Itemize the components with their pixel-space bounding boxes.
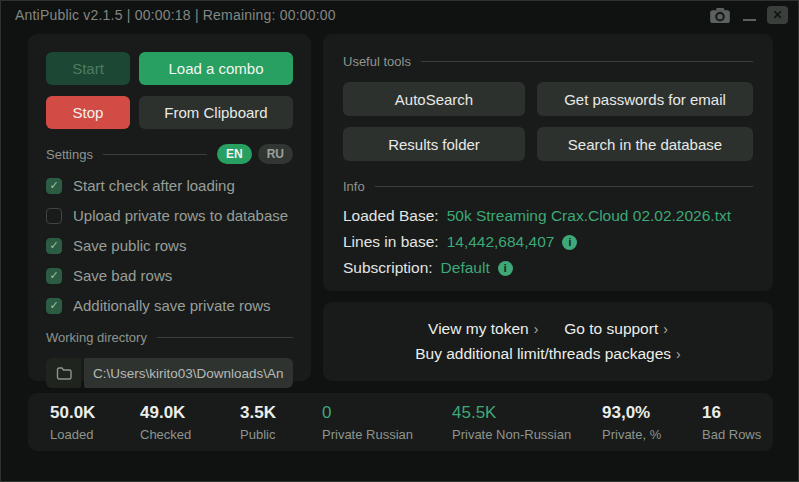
stat-private-percent: 93,0% Private, % xyxy=(602,403,702,442)
stat-private-non-russian: 45.5K Private Non-Russian xyxy=(452,403,602,442)
loaded-base-label: Loaded Base: xyxy=(343,207,439,225)
app-window: AntiPublic v2.1.5 | 00:00:18 | Remaining… xyxy=(0,0,799,482)
checkbox-icon: ✓ xyxy=(46,178,62,194)
checkbox-additionally-save-private-rows[interactable]: ✓ Additionally save private rows xyxy=(46,297,293,314)
subscription-value: Default xyxy=(441,259,490,277)
checkbox-start-check-after-loading[interactable]: ✓ Start check after loading xyxy=(46,177,293,194)
stat-loaded: 50.0K Loaded xyxy=(50,403,140,442)
stat-checked: 49.0K Checked xyxy=(140,403,240,442)
working-directory-input[interactable] xyxy=(84,358,293,388)
working-directory-header: Working directory xyxy=(46,330,293,345)
chevron-right-icon: › xyxy=(676,346,681,362)
loaded-base-value: 50k Streaming Crax.Cloud 02.02.2026.txt xyxy=(447,207,731,225)
loaded-base-row: Loaded Base: 50k Streaming Crax.Cloud 02… xyxy=(343,207,753,225)
browse-folder-button[interactable] xyxy=(46,358,81,388)
get-passwords-for-email-button[interactable]: Get passwords for email xyxy=(537,82,753,116)
language-en-button[interactable]: EN xyxy=(217,144,252,164)
subscription-label: Subscription: xyxy=(343,259,433,277)
start-button[interactable]: Start xyxy=(46,52,130,85)
checkbox-icon: ✓ xyxy=(46,238,62,254)
stat-public: 3.5K Public xyxy=(240,403,322,442)
checkbox-save-public-rows[interactable]: ✓ Save public rows xyxy=(46,237,293,254)
info-header: Info xyxy=(343,179,753,194)
divider xyxy=(103,154,207,155)
lines-in-base-value: 14,442,684,407 xyxy=(447,233,555,251)
results-folder-button[interactable]: Results folder xyxy=(343,127,525,161)
checkbox-upload-private-rows[interactable]: ✓ Upload private rows to database xyxy=(46,207,293,224)
tools-info-panel: Useful tools AutoSearch Get passwords fo… xyxy=(323,34,773,291)
stats-bar: 50.0K Loaded 49.0K Checked 3.5K Public 0… xyxy=(28,393,773,451)
stat-private-russian: 0 Private Russian xyxy=(322,403,452,442)
language-ru-button[interactable]: RU xyxy=(258,144,293,164)
screenshot-button[interactable] xyxy=(707,5,733,25)
checkbox-icon: ✓ xyxy=(46,298,62,314)
chevron-right-icon: › xyxy=(663,321,668,337)
links-panel: View my token› Go to support› Buy additi… xyxy=(323,302,773,381)
info-label: Info xyxy=(343,179,365,194)
stop-button[interactable]: Stop xyxy=(46,96,130,129)
divider xyxy=(157,337,293,338)
subscription-row: Subscription: Default i xyxy=(343,259,753,277)
checkbox-icon: ✓ xyxy=(46,268,62,284)
useful-tools-label: Useful tools xyxy=(343,54,411,69)
view-my-token-link[interactable]: View my token› xyxy=(428,320,538,338)
folder-icon xyxy=(56,367,72,380)
load-combo-button[interactable]: Load a combo xyxy=(139,52,293,85)
stat-bad-rows: 16 Bad Rows xyxy=(702,403,761,442)
useful-tools-header: Useful tools xyxy=(343,54,753,69)
settings-header: Settings EN RU xyxy=(46,144,293,164)
window-controls: ✕ xyxy=(707,5,788,25)
checkbox-save-bad-rows[interactable]: ✓ Save bad rows xyxy=(46,267,293,284)
close-icon: ✕ xyxy=(772,8,782,22)
minimize-button[interactable] xyxy=(742,5,758,25)
autosearch-button[interactable]: AutoSearch xyxy=(343,82,525,116)
go-to-support-link[interactable]: Go to support› xyxy=(564,320,668,338)
lines-in-base-label: Lines in base: xyxy=(343,233,439,251)
info-icon[interactable]: i xyxy=(498,261,513,276)
camera-icon xyxy=(709,7,731,24)
checkbox-icon: ✓ xyxy=(46,208,62,224)
divider xyxy=(421,61,753,62)
close-button[interactable]: ✕ xyxy=(767,6,788,24)
lines-in-base-row: Lines in base: 14,442,684,407 i xyxy=(343,233,753,251)
window-title: AntiPublic v2.1.5 | 00:00:18 | Remaining… xyxy=(15,7,336,23)
search-in-database-button[interactable]: Search in the database xyxy=(537,127,753,161)
title-bar: AntiPublic v2.1.5 | 00:00:18 | Remaining… xyxy=(1,1,798,29)
from-clipboard-button[interactable]: From Clipboard xyxy=(139,96,293,129)
info-icon[interactable]: i xyxy=(562,235,577,250)
control-panel: Start Load a combo Stop From Clipboard S… xyxy=(28,34,311,381)
buy-additional-packages-link[interactable]: Buy additional limit/threads packages› xyxy=(415,345,681,363)
working-directory-label: Working directory xyxy=(46,330,147,345)
divider xyxy=(375,186,753,187)
chevron-right-icon: › xyxy=(534,321,539,337)
settings-label: Settings xyxy=(46,147,93,162)
